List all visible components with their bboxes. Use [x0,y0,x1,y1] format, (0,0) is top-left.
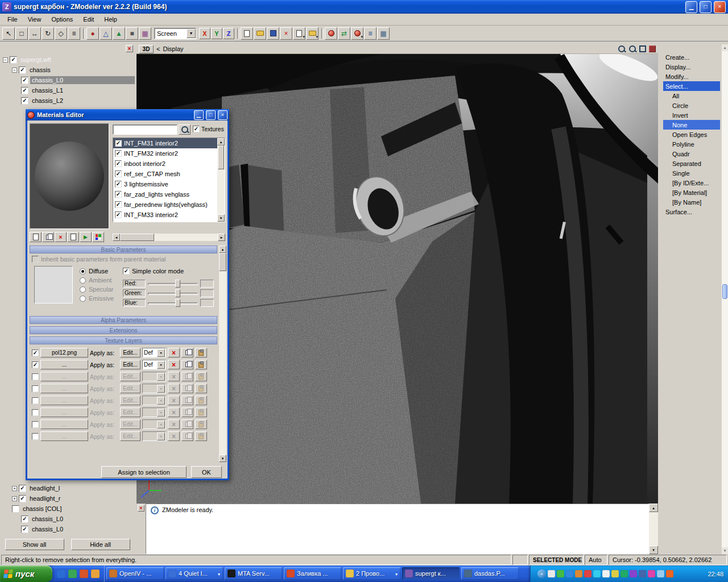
materials-editor-titlebar[interactable]: Materials Editor ▁ □ × [26,109,229,120]
auto-indicator[interactable]: Auto [585,555,607,565]
import-file-icon[interactable] [293,27,305,40]
layer-delete-button[interactable] [168,408,180,417]
channel-option[interactable]: Ambient [80,276,114,285]
material-visibility-checkbox[interactable] [115,160,122,167]
layer-mode-select[interactable] [142,396,166,405]
layer-delete-button[interactable] [168,372,180,381]
material-color-swatch[interactable] [34,266,73,304]
layer-delete-button[interactable] [168,419,180,429]
layer-mode-select[interactable]: Def [142,360,166,369]
preview-render-button[interactable]: ▶ [80,232,92,242]
scroll-down-icon[interactable]: ▾ [217,214,225,222]
taskbar-task[interactable]: dasdas.P... [461,567,519,580]
layer-edit-button[interactable]: Edit... [120,408,140,417]
visibility-checkbox[interactable] [21,77,28,84]
scroll-down-icon[interactable]: ▾ [219,455,226,462]
tray-icon[interactable] [602,570,610,577]
layer-copy-button[interactable] [181,431,193,441]
tools-panel-item[interactable]: Display... [663,62,720,72]
chevron-down-icon[interactable]: ▼ [187,29,196,38]
taskbar-task[interactable]: supergt к... [402,567,460,580]
color-value-box[interactable] [200,289,214,297]
layer-enable-checkbox[interactable] [32,385,39,392]
scroll-right-icon[interactable]: ▸ [218,234,225,241]
tree-item-label[interactable]: headlight_r [28,494,62,502]
tools-panel-item[interactable]: Select... [663,81,720,91]
layer-delete-button[interactable] [168,396,180,405]
material-visibility-checkbox[interactable] [115,150,122,157]
visibility-checkbox[interactable] [19,66,26,74]
material-name[interactable]: INT_FM32 interior2 [124,150,178,157]
log-window-icon[interactable]: ≡ [364,27,377,40]
mirror-tool-icon[interactable]: ≡ [68,27,80,40]
tools-panel-item[interactable]: Open Edges [663,130,720,139]
visibility-checkbox[interactable] [21,87,28,94]
layer-paste-button[interactable] [195,384,207,393]
tree-item-label[interactable]: chassis_L0 [30,76,135,84]
assign-to-selection-button[interactable]: Assign to selection [101,466,187,478]
layer-enable-checkbox[interactable] [32,397,39,404]
new-scene-icon[interactable] [241,27,253,40]
layer-edit-button[interactable]: Edit... [120,372,140,381]
tools-panel-item[interactable]: Surface... [663,207,720,217]
texture-layers-header[interactable]: Texture Layers [30,336,217,344]
chevron-down-icon[interactable] [157,409,165,417]
tree-expander-icon[interactable] [12,68,17,73]
layer-copy-button[interactable] [181,408,193,417]
tree-item-label[interactable]: chassis [28,66,52,74]
layer-enable-checkbox[interactable] [32,433,39,440]
color-slider[interactable] [148,289,198,297]
material-name[interactable]: inboot interior2 [124,160,166,167]
tray-icon[interactable] [639,570,646,577]
slider-thumb[interactable] [175,289,180,297]
layer-texture-button[interactable]: ... [40,396,88,405]
layer-paste-button[interactable] [195,431,207,441]
tools-panel-item[interactable]: [By Name] [663,197,720,207]
new-material-button[interactable] [30,232,42,242]
scroll-up-icon[interactable]: ▴ [219,246,226,253]
tools-panel-item[interactable]: [By ID/Exte... [663,178,720,188]
material-name[interactable]: 3 lightsemissive [124,181,168,188]
back-arrow[interactable]: < [156,45,160,52]
layer-mode-select[interactable] [142,419,166,429]
layer-edit-button[interactable]: Edit... [120,348,140,357]
maximize-button[interactable]: □ [700,1,712,13]
swap-buffers-icon[interactable]: ⇄ [338,27,350,40]
layer-edit-button[interactable]: Edit... [120,419,140,429]
vertices-level-icon[interactable]: ● [86,27,99,40]
tray-icon[interactable] [621,570,628,577]
tray-icon[interactable] [593,570,601,577]
tree-item-label[interactable]: chassis_L0 [30,525,65,533]
window-titlebar[interactable]: Z supergt карбон - ZModeler ver 2.2.2 (B… [0,0,728,14]
layer-copy-button[interactable] [181,396,193,405]
channel-radio[interactable] [80,268,86,275]
axis-toggle-button[interactable]: Z [223,28,234,39]
visibility-checkbox[interactable] [12,505,19,513]
scroll-down-icon[interactable]: ▼ [722,547,728,554]
layer-delete-button[interactable] [168,348,180,357]
material-name[interactable]: far_perednew lights(vehglass) [124,201,208,208]
duplicate-material-button[interactable] [67,232,79,242]
taskbar-task[interactable]: 2 Прово... [343,567,400,580]
layer-texture-button[interactable]: ... [40,419,88,429]
layer-paste-button[interactable] [195,360,207,369]
channel-option[interactable]: Diffuse [80,267,114,276]
layer-texture-button[interactable]: ... [40,431,88,441]
inherit-checkbox[interactable] [32,256,39,263]
material-visibility-checkbox[interactable] [115,191,122,198]
display-menu-label[interactable]: Display [163,45,183,52]
scrollbar-thumb[interactable] [722,284,727,299]
materials-editor-icon[interactable] [325,27,337,40]
tray-icon[interactable] [611,570,619,577]
uv-level-icon[interactable]: ▦ [139,27,151,40]
layer-texture-button[interactable]: ... [40,408,88,417]
channel-radio[interactable] [80,277,86,284]
color-slider[interactable] [148,280,198,288]
export-file-icon[interactable] [306,27,318,40]
chevron-down-icon[interactable] [157,397,165,405]
color-slider[interactable] [148,299,198,307]
tools-panel-item[interactable]: Modify... [663,72,720,81]
chevron-down-icon[interactable] [157,385,165,393]
tray-icon[interactable] [584,570,592,577]
layer-delete-button[interactable] [168,360,180,369]
